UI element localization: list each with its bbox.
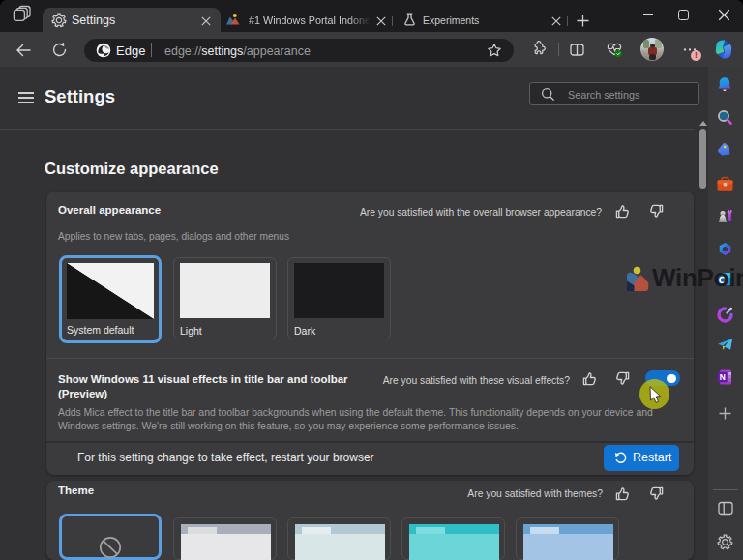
svg-text:N: N <box>720 372 726 382</box>
